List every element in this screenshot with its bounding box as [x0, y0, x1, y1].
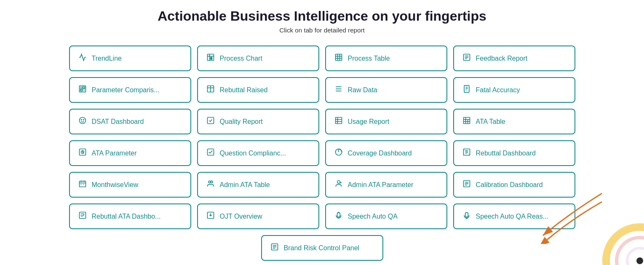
- grid-item-ojt-overview[interactable]: OJT Overview: [197, 203, 319, 229]
- page-title: Actionable Business Intelligence on your…: [158, 8, 486, 24]
- grid-item-question-compliance[interactable]: Question Complianc...: [197, 140, 319, 166]
- feedback-report-icon: [462, 53, 471, 64]
- ata-parameter-label: ATA Parameter: [92, 150, 137, 157]
- parameter-comparison-label: Parameter Comparis...: [92, 86, 160, 94]
- svg-rect-17: [80, 89, 82, 91]
- coverage-dashboard-icon: [334, 148, 343, 158]
- monthwise-view-label: MonthwiseView: [92, 181, 139, 189]
- grid-item-process-chart[interactable]: Process Chart: [197, 46, 319, 71]
- calibration-dashboard-icon: [462, 179, 471, 190]
- svg-point-30: [81, 120, 82, 120]
- svg-rect-5: [335, 54, 342, 61]
- grid-item-rebuttal-ata-dashbo[interactable]: Rebuttal ATA Dashbo...: [69, 203, 191, 229]
- grid-item-dsat-dashboard[interactable]: DSAT Dashboard: [69, 109, 191, 134]
- grid-item-feedback-report[interactable]: Feedback Report: [453, 46, 575, 71]
- svg-rect-18: [83, 89, 84, 91]
- grid-item-rebuttal-raised[interactable]: Rebuttal Raised: [197, 77, 319, 103]
- usage-report-label: Usage Report: [348, 118, 390, 126]
- grid-item-brand-risk-control-panel[interactable]: Brand Risk Control Panel: [261, 235, 383, 261]
- fatal-accuracy-label: Fatal Accuracy: [476, 86, 520, 94]
- svg-rect-4: [211, 59, 212, 59]
- ojt-overview-label: OJT Overview: [220, 213, 262, 220]
- process-table-label: Process Table: [348, 55, 390, 62]
- grid-item-parameter-comparison[interactable]: Parameter Comparis...: [69, 77, 191, 103]
- admin-ata-parameter-label: Admin ATA Parameter: [348, 181, 414, 189]
- svg-rect-16: [83, 87, 84, 88]
- admin-ata-table-icon: [206, 179, 215, 190]
- brand-risk-control-panel-icon: [270, 243, 279, 253]
- trendline-label: TrendLine: [92, 55, 122, 62]
- rebuttal-raised-label: Rebuttal Raised: [220, 86, 268, 94]
- grid-item-speech-auto-qa-reas[interactable]: Speech Auto QA Reas...: [453, 203, 575, 229]
- rebuttal-dashboard-label: Rebuttal Dashboard: [476, 150, 536, 157]
- monthwise-view-icon: [78, 179, 87, 190]
- dsat-dashboard-icon: [78, 116, 87, 127]
- svg-point-75: [617, 238, 644, 265]
- raw-data-label: Raw Data: [348, 86, 377, 94]
- svg-rect-33: [335, 118, 342, 124]
- speech-auto-qa-reas-icon: [462, 211, 471, 222]
- svg-point-77: [636, 257, 643, 264]
- admin-ata-parameter-icon: [334, 179, 343, 190]
- coverage-dashboard-label: Coverage Dashboard: [348, 150, 412, 157]
- grid-item-admin-ata-table[interactable]: Admin ATA Table: [197, 172, 319, 198]
- svg-point-31: [83, 120, 84, 120]
- grid-item-fatal-accuracy[interactable]: Fatal Accuracy: [453, 77, 575, 103]
- svg-rect-63: [79, 212, 86, 219]
- grid-item-ata-table[interactable]: ATA Table: [453, 109, 575, 134]
- ata-table-label: ATA Table: [476, 118, 505, 126]
- grid-item-quality-report[interactable]: Quality Report: [197, 109, 319, 134]
- grid-item-ata-parameter[interactable]: ATA Parameter: [69, 140, 191, 166]
- grid-item-usage-report[interactable]: Usage Report: [325, 109, 447, 134]
- calibration-dashboard-label: Calibration Dashboard: [476, 181, 543, 189]
- speech-auto-qa-icon: [334, 211, 343, 222]
- svg-rect-51: [79, 181, 86, 187]
- rebuttal-ata-dashbo-label: Rebuttal ATA Dashbo...: [92, 213, 161, 220]
- fatal-accuracy-icon: [462, 85, 471, 95]
- parameter-comparison-icon: [78, 85, 87, 95]
- brand-risk-control-panel-label: Brand Risk Control Panel: [284, 244, 360, 252]
- svg-point-57: [337, 181, 340, 184]
- process-table-icon: [334, 53, 343, 64]
- trendline-icon: [78, 53, 87, 64]
- dashboard-grid: TrendLine Process Chart Process Table Fe…: [69, 46, 575, 229]
- grid-item-process-table[interactable]: Process Table: [325, 46, 447, 71]
- admin-ata-table-label: Admin ATA Table: [220, 181, 270, 189]
- svg-rect-32: [207, 118, 214, 124]
- grid-item-speech-auto-qa[interactable]: Speech Auto QA: [325, 203, 447, 229]
- ata-table-icon: [462, 116, 471, 127]
- grid-item-rebuttal-dashboard[interactable]: Rebuttal Dashboard: [453, 140, 575, 166]
- quality-report-icon: [206, 116, 215, 127]
- speech-auto-qa-label: Speech Auto QA: [348, 213, 398, 220]
- grid-item-coverage-dashboard[interactable]: Coverage Dashboard: [325, 140, 447, 166]
- process-chart-icon: [206, 53, 215, 64]
- quality-report-label: Quality Report: [220, 118, 263, 126]
- ojt-overview-icon: [206, 211, 215, 222]
- question-compliance-label: Question Complianc...: [220, 150, 286, 157]
- svg-point-29: [79, 118, 86, 124]
- ata-parameter-icon: [78, 148, 87, 158]
- bottom-row: Brand Risk Control Panel: [261, 235, 383, 261]
- rebuttal-raised-icon: [206, 85, 215, 95]
- grid-item-raw-data[interactable]: Raw Data: [325, 77, 447, 103]
- grid-item-admin-ata-parameter[interactable]: Admin ATA Parameter: [325, 172, 447, 198]
- dsat-dashboard-label: DSAT Dashboard: [92, 118, 144, 126]
- svg-rect-15: [80, 87, 82, 88]
- rebuttal-ata-dashbo-icon: [78, 211, 87, 222]
- grid-item-trendline[interactable]: TrendLine: [69, 46, 191, 71]
- svg-rect-37: [463, 118, 470, 124]
- decorative-circles: [572, 198, 644, 265]
- grid-item-monthwise-view[interactable]: MonthwiseView: [69, 172, 191, 198]
- svg-point-74: [606, 227, 644, 265]
- question-compliance-icon: [206, 148, 215, 158]
- rebuttal-dashboard-icon: [462, 148, 471, 158]
- raw-data-icon: [334, 85, 343, 95]
- grid-item-calibration-dashboard[interactable]: Calibration Dashboard: [453, 172, 575, 198]
- process-chart-label: Process Chart: [220, 55, 262, 62]
- speech-auto-qa-reas-label: Speech Auto QA Reas...: [476, 213, 549, 220]
- page-subtitle: Click on tab for detailed report: [279, 27, 365, 34]
- svg-point-76: [627, 248, 644, 265]
- usage-report-icon: [334, 116, 343, 127]
- feedback-report-label: Feedback Report: [476, 55, 528, 62]
- svg-point-56: [211, 181, 213, 183]
